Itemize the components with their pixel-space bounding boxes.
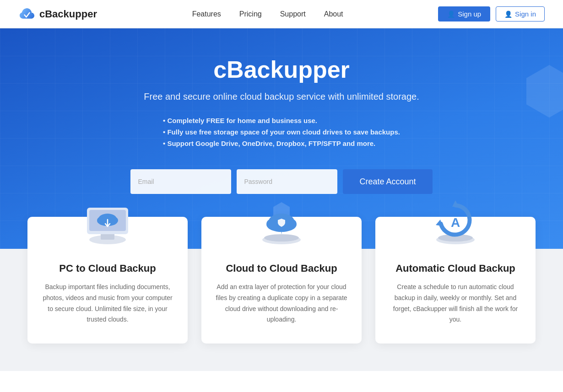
hero-title: cBackupper bbox=[18, 56, 545, 83]
email-input[interactable] bbox=[130, 169, 231, 194]
hero-feature-3: Support Google Drive, OneDrive, Dropbox,… bbox=[163, 140, 400, 147]
create-account-label: Create Account bbox=[359, 177, 416, 186]
nav-support[interactable]: Support bbox=[280, 10, 306, 18]
hero-features-list: Completely FREE for home and business us… bbox=[163, 117, 400, 151]
auto-cloud-card: A Automatic Cloud Backup Create a schedu… bbox=[375, 217, 536, 344]
navbar-actions: 👤 Sign up 👤 Sign in bbox=[438, 6, 545, 21]
logo-text: cBackupper bbox=[39, 8, 97, 20]
cloud-cloud-title: Cloud to Cloud Backup bbox=[215, 263, 348, 274]
svg-text:A: A bbox=[451, 215, 460, 230]
signup-button[interactable]: 👤 Sign up bbox=[438, 6, 490, 21]
pc-cloud-title: PC to Cloud Backup bbox=[41, 263, 174, 274]
hero-subtitle: Free and secure online cloud backup serv… bbox=[18, 91, 545, 102]
nav-about[interactable]: About bbox=[324, 10, 343, 18]
cloud-cloud-desc: Add an extra layer of protection for you… bbox=[215, 282, 348, 325]
signup-label: Sign up bbox=[458, 10, 481, 18]
navbar: cBackupper Features Pricing Support Abou… bbox=[0, 0, 563, 28]
auto-cloud-title: Automatic Cloud Backup bbox=[389, 263, 522, 274]
svg-marker-17 bbox=[436, 220, 442, 226]
cloud-cloud-icon bbox=[245, 189, 318, 253]
nav-links: Features Pricing Support About bbox=[192, 10, 343, 18]
signin-label: Sign in bbox=[515, 10, 536, 18]
hero-feature-1: Completely FREE for home and business us… bbox=[163, 117, 400, 124]
logo[interactable]: cBackupper bbox=[18, 7, 97, 21]
svg-point-9 bbox=[264, 234, 299, 242]
hero-feature-2: Fully use free storage space of your own… bbox=[163, 128, 400, 136]
signin-button[interactable]: 👤 Sign in bbox=[496, 6, 545, 21]
cloud-cloud-card: Cloud to Cloud Backup Add an extra layer… bbox=[201, 217, 362, 344]
signin-icon: 👤 bbox=[504, 11, 512, 18]
auto-cloud-desc: Create a schedule to run automatic cloud… bbox=[389, 282, 522, 325]
logo-icon bbox=[18, 7, 36, 21]
pc-cloud-card: PC to Cloud Backup Backup important file… bbox=[27, 217, 188, 344]
pc-cloud-desc: Backup important files including documen… bbox=[41, 282, 174, 325]
nav-pricing[interactable]: Pricing bbox=[239, 10, 262, 18]
nav-features[interactable]: Features bbox=[192, 10, 221, 18]
auto-cloud-icon: A bbox=[419, 189, 492, 253]
pc-cloud-icon bbox=[71, 189, 144, 253]
signup-icon: 👤 bbox=[447, 11, 455, 18]
features-section: PC to Cloud Backup Backup important file… bbox=[0, 249, 563, 371]
